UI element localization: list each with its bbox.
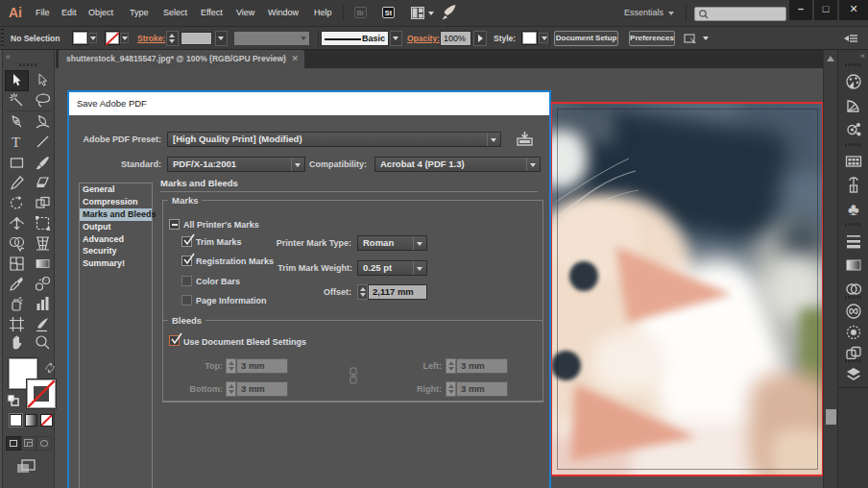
svg-text:T: T <box>12 134 20 150</box>
